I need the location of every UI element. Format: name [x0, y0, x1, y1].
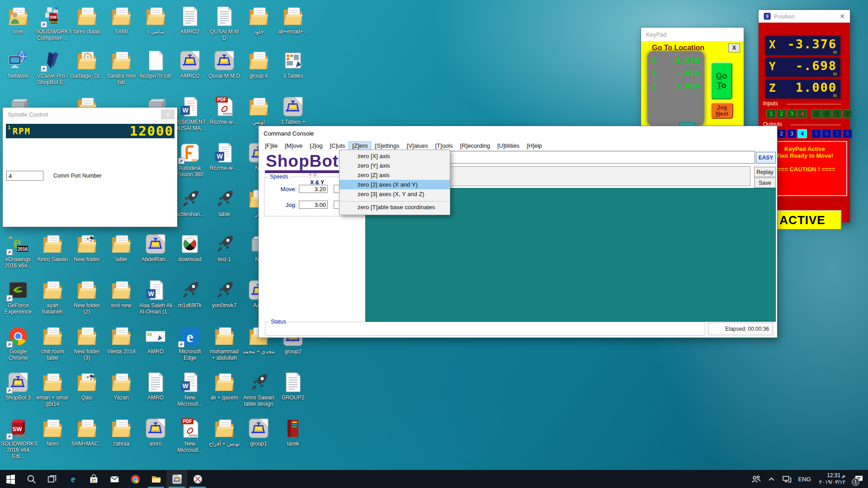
- desktop-icon-AbdelRah...[interactable]: AbdelRah...: [138, 233, 173, 263]
- desktop-icon-download[interactable]: download: [173, 233, 207, 263]
- desktop-icon-3-Tables-+[interactable]: 3 Tables +: [276, 96, 310, 125]
- language-indicator[interactable]: ENG: [795, 476, 815, 483]
- desktop-icon-AMRO2[interactable]: AMRO2: [173, 5, 207, 35]
- desktop-icon-6o3gvr7n.cdr[interactable]: 6o3gvr7n.cdr: [138, 50, 173, 79]
- shopbot-taskbar-icon[interactable]: [166, 470, 187, 488]
- desktop-icon-Microsoft[interactable]: eMicrosoft Edge: [173, 325, 207, 361]
- desktop-icon-table[interactable]: table: [104, 233, 138, 263]
- desktop-icon-SAM+MAC...[interactable]: SAM+MAC...: [70, 418, 104, 447]
- menu-item-move[interactable]: [M]ove: [281, 141, 306, 150]
- menu-item-recording[interactable]: [R]ecording: [457, 141, 494, 150]
- desktop-icon-SAMI[interactable]: SAMI: [104, 5, 138, 35]
- spindle-titlebar[interactable]: Spindle Control: [3, 108, 177, 121]
- desktop-icon-test-new[interactable]: test new: [104, 279, 138, 309]
- edge-taskbar-icon[interactable]: e: [62, 470, 83, 488]
- desktop-icon-AMRO[interactable]: AMRO: [138, 371, 173, 401]
- desktop-icon-GROUP2[interactable]: GROUP2: [276, 371, 310, 401]
- network-tray-icon[interactable]: [779, 470, 795, 488]
- dropdown-item-4[interactable]: zero [2] axes (X and Y): [340, 180, 450, 189]
- snipping-tool-icon[interactable]: [187, 470, 208, 488]
- jog-next-button[interactable]: Jog Next: [711, 103, 733, 119]
- menu-item-jog[interactable]: [J]og: [306, 141, 326, 150]
- desktop-icon-Vileda-2018[interactable]: Vileda 2018: [104, 325, 138, 355]
- desktop-icon-QUSAI-M-M[interactable]: QUSAI M M D: [207, 5, 241, 41]
- desktop-icon-Garbage_Di...[interactable]: Garbage_Di...: [70, 50, 104, 79]
- menu-item-values[interactable]: [V]alues: [403, 141, 432, 150]
- desktop-icon-ali-+-qasem[interactable]: ali + qasem: [207, 371, 241, 401]
- desktop-icon-yon0mvk7[interactable]: yon0mvk7: [207, 279, 241, 309]
- desktop-icon-eDrawings[interactable]: e2016eDrawings 2016 x64...: [1, 233, 35, 269]
- action-center-icon[interactable]: 1: [850, 470, 868, 488]
- desktop-icon-group1[interactable]: group1: [241, 418, 276, 447]
- position-titlebar[interactable]: 9 Position ✕: [759, 10, 850, 23]
- desktop-icon-ayah[interactable]: ayah bataineh: [35, 279, 70, 315]
- chevron-up-icon[interactable]: [764, 470, 779, 488]
- desktop-icon-3-Tables[interactable]: 3 Tables: [276, 50, 310, 79]
- desktop-icon-test-1[interactable]: test 1: [207, 233, 241, 263]
- desktop-icon-Network[interactable]: Network: [1, 50, 35, 79]
- desktop-icon-Autodesk[interactable]: 360Autodesk Fusion 360: [173, 142, 207, 178]
- desktop-icon-amro[interactable]: amro: [138, 418, 173, 447]
- desktop-icon-group-4[interactable]: group 4: [241, 50, 276, 79]
- move-xy-input[interactable]: [299, 185, 328, 193]
- desktop-icon-fares-diaab[interactable]: fares diaab: [70, 5, 104, 35]
- jog-xy-input[interactable]: [299, 201, 328, 209]
- desktop-icon-Qais[interactable]: Qais: [70, 371, 104, 401]
- desktop-icon-AMRO[interactable]: AMRO: [138, 325, 173, 355]
- desktop-icon-New-folder[interactable]: New folder (2): [70, 279, 104, 315]
- chrome-taskbar-icon[interactable]: [125, 470, 146, 488]
- desktop-icon-خلود[interactable]: خلود: [241, 5, 276, 35]
- desktop-icon-New-folder[interactable]: New folder: [70, 233, 104, 263]
- desktop-icon-Rozme-w-...[interactable]: PDFAdobeRozme-w-...: [207, 96, 241, 125]
- desktop-icon-Google[interactable]: Google Chrome: [1, 325, 35, 361]
- desktop-icon-سامي-١[interactable]: سامي ١: [138, 5, 173, 35]
- menu-item-file[interactable]: [F]ile: [261, 141, 281, 150]
- desktop-icon-SOLIDWORKS[interactable]: SW2016SOLIDWORKS 2016 x64 Edi...: [1, 418, 35, 460]
- desktop-icon-AMRO2[interactable]: AMRO2: [173, 50, 207, 79]
- desktop-icon-Sandra-mini[interactable]: Sandra mini fab: [104, 50, 138, 85]
- replay-button[interactable]: Replay: [754, 167, 776, 177]
- task-view-icon[interactable]: [42, 470, 62, 488]
- desktop-icon-user[interactable]: user: [1, 5, 35, 35]
- keypad-titlebar[interactable]: KeyPad: [641, 28, 744, 41]
- desktop-icon-Alaa-Saleh-Ali[interactable]: WAlaa Saleh Ali Al-Omari (1...: [138, 279, 173, 315]
- menu-item-tools[interactable]: [T]ools: [432, 141, 457, 150]
- desktop-icon-fares[interactable]: fares: [35, 418, 70, 447]
- position-close-icon[interactable]: ✕: [840, 13, 845, 20]
- mail-icon[interactable]: [104, 470, 125, 488]
- desktop-icon-SOLIDWORKS[interactable]: SW2016SOLIDWORKS Composer ...: [35, 5, 70, 41]
- easy-button[interactable]: EASY: [756, 152, 776, 164]
- menu-item-help[interactable]: [H]elp: [523, 141, 546, 150]
- desktop-icon-tarek[interactable]: tarek: [276, 418, 310, 447]
- spindle-close-button[interactable]: x: [161, 109, 175, 119]
- dropdown-item-6[interactable]: zero [T]able base coordinates: [340, 201, 450, 213]
- search-icon[interactable]: [21, 470, 42, 488]
- clock[interactable]: 12:31 م ٢٠١٩/٠٣/١٢: [815, 472, 850, 486]
- desktop-icon-mohammad[interactable]: mohammad + abdullah: [207, 325, 241, 361]
- menu-item-cuts[interactable]: [C]uts: [326, 141, 349, 150]
- desktop-icon-Amro-Sawan[interactable]: Amro Sawan table design: [241, 371, 276, 407]
- desktop-icon-ASSIGMENT[interactable]: WASSIGMENT QUSAI MA...: [173, 96, 207, 131]
- dropdown-item-2[interactable]: zero [Y] axis: [340, 161, 450, 170]
- desktop-icon-eman-+-omar[interactable]: eman + omar g5t14: [35, 371, 70, 407]
- desktop-icon-Amro-Sawan[interactable]: Amro Sawan: [35, 233, 70, 263]
- menu-item-settings[interactable]: [S]ettings: [371, 141, 403, 150]
- comm-port-input[interactable]: [6, 171, 43, 181]
- desktop-icon-chill-room[interactable]: chill room table: [35, 325, 70, 361]
- dropdown-item-3[interactable]: zero [Z] axis: [340, 170, 450, 180]
- desktop-icon-zahraa[interactable]: zahraa: [104, 418, 138, 447]
- go-to-button[interactable]: Go To: [711, 62, 732, 99]
- desktop-icon-ncfileshari...[interactable]: ncfileshari...: [173, 188, 207, 217]
- dropdown-item-1[interactable]: zero [X] axis: [340, 151, 450, 161]
- keypad-close-button[interactable]: X: [728, 43, 740, 52]
- desktop-icon-Yazan[interactable]: Yazan: [104, 371, 138, 401]
- desktop-icon-تونس-+-أفراح[interactable]: تونس + أفراح: [207, 418, 241, 447]
- desktop-icon-New[interactable]: PDFAdobeNew Microsof...: [173, 418, 207, 453]
- desktop-icon-Rozme-w-...[interactable]: WRozme-w-...: [207, 142, 241, 171]
- desktop-icon-m1d69l7k[interactable]: m1d69l7k: [173, 279, 207, 309]
- people-icon[interactable]: [749, 470, 764, 488]
- desktop-icon-VCarve-Pro--[interactable]: VCarve Pro - ShopBot E...: [35, 50, 70, 85]
- desktop-icon-New-folder[interactable]: New folder (3): [70, 325, 104, 361]
- save-button[interactable]: Save: [754, 178, 776, 188]
- desktop-icon-ali+emad+...[interactable]: ali+emad+...: [276, 5, 310, 35]
